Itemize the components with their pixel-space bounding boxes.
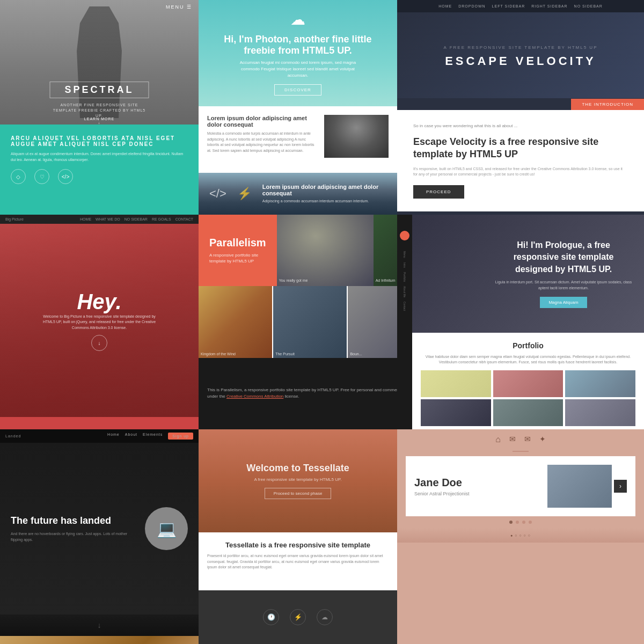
photon-section2-text: Adipiscing a commodo accumsan interdum a… — [262, 199, 386, 204]
gallery-item-5[interactable] — [493, 399, 564, 426]
astral-footer-text: ● ○ ○ ○ ○ — [406, 533, 635, 537]
landed-cell: Landed Home About Elements Sign up The f… — [0, 429, 199, 644]
spectral-teal-heading: ARCU ALIQUET VEL LOBORTIS ATA NISL EGET … — [11, 135, 188, 147]
gallery-item-6[interactable] — [565, 399, 635, 426]
bp-nav-sidebar[interactable]: NO SIDEBAR — [125, 217, 148, 221]
landed-nav[interactable]: Landed Home About Elements Sign up — [0, 429, 199, 443]
home-icon[interactable]: ⌂ — [495, 435, 501, 444]
parallelism-bottom-text: This is Parallelism, a responsive portfo… — [207, 387, 397, 400]
astral-icons-bar[interactable]: ⌂ ✉ ✉ ✦ — [397, 429, 644, 450]
landed-nav-links[interactable]: Home About Elements Sign up — [107, 433, 193, 440]
astral-card: Jane Doe Senior Astral Projectionist › — [406, 456, 635, 516]
tessellate-hero: Welcome to Tessellate A free responsive … — [199, 429, 397, 532]
gallery-item-2[interactable] — [493, 370, 564, 397]
nav-no-sidebar[interactable]: NO SIDEBAR — [574, 4, 603, 8]
gallery-item-4[interactable] — [421, 399, 491, 426]
prologue-hero-button[interactable]: Magna Aliquam — [540, 297, 587, 308]
big-picture-welcome-text: Welcome to Big Picture a free responsive… — [40, 314, 158, 331]
tessellate-content: Tessellate is a free responsive site tem… — [199, 532, 397, 590]
prologue-hero-subtext: Ligula in interdum port. Sit accumsan di… — [494, 280, 633, 291]
sidebar-nav-portfolio[interactable]: Portfolio — [403, 272, 406, 282]
bp-nav-what[interactable]: WHAT WE DO — [96, 217, 120, 221]
prologue-portfolio-text: Vitae habituse dolor diam sem semper mag… — [421, 354, 635, 365]
nav-home[interactable]: HOME — [438, 4, 452, 8]
landed-hero: The future has landed And there are no h… — [0, 443, 199, 614]
astral-person-title: Senior Astral Projectionist — [414, 491, 470, 496]
diamond-icon[interactable]: ◇ — [11, 169, 26, 184]
parallelism-image-2: Ad Infinitum — [374, 215, 397, 286]
email-icon[interactable]: ✉ — [509, 435, 516, 444]
parallelism-bottom: This is Parallelism, a responsive portfo… — [199, 358, 397, 429]
photon-banner-text: Lorem ipsum dolor adipiscing amet dolor … — [262, 184, 386, 204]
bp-nav-home[interactable]: HOME — [80, 217, 91, 221]
prologue-portfolio: Portfolio Vitae habituse dolor diam sem … — [412, 333, 644, 429]
photon-text-block: Lorem ipsum dolor adipiscing amet dolor … — [207, 115, 318, 153]
landed-nav-elements[interactable]: Elements — [143, 433, 163, 440]
gallery-item-1[interactable] — [421, 370, 491, 397]
landed-nav-about[interactable]: About — [125, 433, 137, 440]
nav-dropdown[interactable]: DROPDOWN — [458, 4, 485, 8]
astral-nav-dots[interactable] — [397, 516, 644, 528]
big-picture-nav[interactable]: HOME WHAT WE DO NO SIDEBAR RE GOALS CONT… — [80, 217, 193, 221]
escape-velocity-hero: A FREE RESPONSIVE SITE TEMPLATE BY HTML5… — [397, 12, 644, 98]
sidebar-nav-about[interactable]: About Me — [403, 286, 406, 297]
mail-icon[interactable]: ✉ — [524, 435, 531, 444]
photon-discover-button[interactable]: DISCOVER — [274, 84, 321, 96]
ev-proceed-button[interactable]: PROCEED — [413, 185, 464, 199]
astral-dot-3[interactable] — [522, 521, 525, 524]
gallery-item-3[interactable] — [565, 370, 635, 397]
bp-nav-contact[interactable]: CONTACT — [175, 217, 193, 221]
photon-cell: ☁ Hi, I'm Photon, another fine little fr… — [199, 0, 397, 215]
photon-content-section: Lorem ipsum dolor adipiscing amet dolor … — [199, 106, 397, 173]
nav-right-sidebar[interactable]: RIGHT SIDEBAR — [531, 4, 567, 8]
escape-velocity-nav[interactable]: HOME DROPDOWN LEFT SIDEBAR RIGHT SIDEBAR… — [397, 0, 644, 12]
clock-icon[interactable]: 🕐 — [263, 609, 279, 625]
spectral-learn-more[interactable]: LEARN MORE↓ — [84, 117, 114, 125]
astral-divider — [513, 451, 529, 452]
star-icon[interactable]: ✦ — [539, 435, 546, 444]
escape-velocity-cell: HOME DROPDOWN LEFT SIDEBAR RIGHT SIDEBAR… — [397, 0, 644, 215]
landed-scroll-arrow[interactable]: ↓ — [98, 621, 101, 630]
prologue-gallery — [421, 370, 635, 426]
astral-card-image — [547, 465, 612, 508]
code-icon[interactable]: </> — [58, 169, 73, 184]
astral-dot-1[interactable] — [509, 521, 513, 524]
parallelism-gallery-1: Kingdom of the Wind — [199, 286, 272, 357]
lightning-footer-icon[interactable]: ⚡ — [290, 609, 306, 625]
parallelism-gallery-2: The Pursuit — [273, 286, 347, 357]
parallelism-license-link[interactable]: Creative Commons Attribution — [226, 394, 283, 399]
landed-signup-button[interactable]: Sign up — [168, 433, 193, 440]
spectral-teal-text: Aliquam ut ex at augue condimentum inter… — [11, 151, 188, 163]
ev-intro-heading: Escape Velocity is a free responsive sit… — [413, 136, 628, 161]
parallelism-gallery-3: Boun... — [348, 286, 397, 357]
big-picture-hey-heading: Hey. — [40, 290, 158, 314]
prologue-portfolio-title: Portfolio — [421, 341, 635, 350]
tessellate-hero-button[interactable]: Proceed to second phase — [265, 488, 332, 499]
prologue-sidebar: Menu Intro Portfolio About Me Contact — [397, 215, 412, 429]
photon-banner: </> ⚡ Lorem ipsum dolor adipiscing amet … — [199, 173, 397, 215]
sidebar-nav-menu[interactable]: Menu — [403, 251, 406, 258]
landed-hero-heading: The future has landed — [11, 515, 134, 527]
astral-next-arrow[interactable]: › — [614, 480, 627, 493]
landed-nav-home[interactable]: Home — [107, 433, 120, 440]
ev-intro-tab[interactable]: THE INTRODUCTION — [571, 99, 644, 110]
cloud-footer-icon[interactable]: ☁ — [317, 609, 333, 625]
astral-dot-4[interactable] — [529, 521, 532, 524]
ev-title: ESCAPE VELOCITY — [444, 54, 598, 68]
astral-dot-2[interactable] — [516, 521, 519, 524]
heart-icon[interactable]: ♡ — [34, 169, 49, 184]
nav-left-sidebar[interactable]: LEFT SIDEBAR — [492, 4, 525, 8]
spectral-menu[interactable]: MENU ☰ — [166, 4, 192, 10]
gallery-caption-3: Boun... — [350, 352, 362, 356]
bp-nav-goals[interactable]: RE GOALS — [152, 217, 171, 221]
landed-laptop-circle: 💻 — [145, 507, 188, 550]
ev-intro-pre: So in case you were wondering what this … — [413, 123, 628, 129]
landed-hero-text: And there are no hoverboards or flying c… — [11, 531, 134, 543]
landed-bottom[interactable]: ↓ — [0, 614, 199, 636]
lightning-icon: ⚡ — [237, 187, 252, 201]
sidebar-nav-contact[interactable]: Contact — [403, 302, 406, 311]
spectral-teal-section: ARCU ALIQUET VEL LOBORTIS ATA NISL EGET … — [0, 125, 199, 215]
sidebar-nav-intro[interactable]: Intro — [403, 262, 406, 268]
big-picture-header[interactable]: Big Picture HOME WHAT WE DO NO SIDEBAR R… — [0, 215, 199, 224]
big-picture-arrow-circle[interactable]: ↓ — [91, 335, 107, 351]
